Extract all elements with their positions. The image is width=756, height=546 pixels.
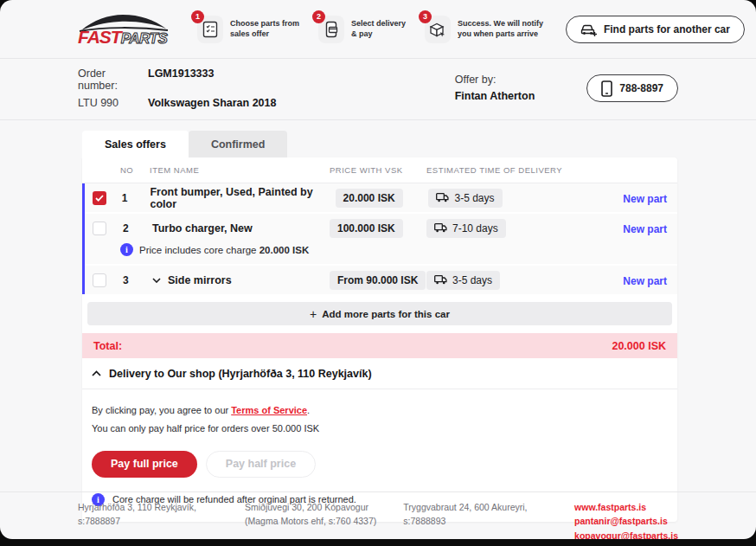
step-3-badge: 3 — [419, 10, 432, 23]
delivery-accordion[interactable]: Delivery to Our shop (Hyrjarhöfða 3, 110… — [82, 358, 677, 389]
offer-by-label: Offer by: — [455, 74, 497, 86]
phone-number: 788-8897 — [619, 82, 663, 94]
tab-confirmed[interactable]: Confirmed — [189, 131, 288, 157]
offer-by-name: Fintan Atherton — [455, 88, 535, 105]
find-parts-label: Find parts for another car — [604, 23, 730, 35]
logo-parts: PARTS — [121, 30, 168, 48]
truck-icon — [434, 223, 447, 233]
header-delivery: ESTIMATED TIME OF DELIVERY — [426, 165, 608, 175]
row-3-item-name: Side mirrors — [168, 274, 232, 286]
step-select-delivery: 2 Select delivery& pay — [318, 16, 406, 43]
row-2-new-part-link[interactable]: New part — [623, 223, 667, 235]
row-2-core-charge-note: i Price includes core charge 20.000 ISK — [85, 242, 677, 264]
header-no: NO — [120, 165, 150, 175]
row-1-price-badge: 20.000 ISK — [336, 189, 403, 208]
truck-icon — [434, 275, 447, 285]
step-2-label: Select delivery& pay — [351, 19, 406, 39]
parts-rows: 1 Front bumper, Used, Painted by color 2… — [82, 183, 677, 294]
car-plus-icon — [580, 22, 597, 36]
row-2-delivery-badge: 7-10 days — [426, 219, 506, 238]
pay-full-price-button[interactable]: Pay full price — [92, 451, 197, 478]
header-item-name: ITEM NAME — [150, 165, 330, 175]
row-3-price-badge: From 90.000 ISK — [330, 271, 426, 290]
website-link[interactable]: www.fastparts.is — [574, 500, 678, 514]
row-1-new-part-link[interactable]: New part — [623, 193, 667, 205]
logo-text: FAST PARTS — [78, 27, 175, 48]
order-number-value: LGM1913333 — [148, 67, 276, 92]
logo-fast: FAST — [78, 27, 121, 48]
row-3-new-part-link[interactable]: New part — [623, 275, 667, 287]
total-row: Total: 20.000 ISK — [82, 333, 677, 358]
row-1-no: 1 — [122, 192, 151, 204]
terms-line: By clicking pay, you agree to our Terms … — [92, 401, 668, 420]
footer-links: www.fastparts.is pantanir@fastparts.is k… — [574, 500, 678, 539]
plus-icon: + — [310, 308, 317, 320]
total-label: Total: — [93, 340, 122, 352]
app-window: FAST PARTS 1 Choose parts fromsales offe… — [0, 0, 756, 539]
step-1-badge: 1 — [191, 10, 204, 23]
top-bar: FAST PARTS 1 Choose parts fromsales offe… — [0, 0, 756, 59]
phone-button[interactable]: 788-8897 — [586, 74, 678, 102]
footer-address-akureyri: Tryggvabraut 24, 600 Akureyri,s:7888893 — [403, 500, 574, 539]
pay-half-price-button[interactable]: Pay half price — [206, 451, 316, 478]
step-1-label: Choose parts fromsales offer — [230, 19, 299, 39]
row-2-price-badge: 100.000 ISK — [330, 219, 403, 238]
mobile-phone-icon — [601, 80, 612, 97]
car-model: Volkswagen Sharan 2018 — [148, 97, 276, 109]
page-footer: Hyrjarhöfða 3, 110 Reykjavík,s:7888897 S… — [0, 491, 756, 539]
parcel-box-icon: 3 — [425, 16, 451, 43]
truck-icon — [436, 193, 449, 202]
offer-tabs: Sales offers Confirmed — [82, 131, 677, 157]
row-1-delivery-badge: 3-5 days — [428, 189, 502, 208]
email-link-pantanir[interactable]: pantanir@fastparts.is — [574, 514, 678, 528]
tab-sales-offers[interactable]: Sales offers — [82, 131, 189, 157]
parts-list-icon: 1 — [197, 16, 223, 43]
progress-steps: 1 Choose parts fromsales offer 2 Select … — [197, 16, 543, 43]
row-1-checkbox[interactable] — [93, 191, 106, 205]
step-success: 3 Success. We will notifyyou when parts … — [425, 16, 543, 43]
info-icon: i — [120, 243, 133, 256]
expand-chevron-down-icon[interactable] — [152, 278, 161, 283]
row-3-checkbox[interactable] — [93, 273, 106, 287]
step-choose-parts: 1 Choose parts fromsales offer — [197, 16, 299, 43]
footer-address-kopavogur: Smiðjuvegi 30, 200 Kópavogur(Magma Motor… — [245, 500, 403, 539]
row-3-delivery-badge: 3-5 days — [426, 271, 500, 290]
order-number-label: Order number: — [78, 67, 134, 92]
email-link-kopavogur[interactable]: kopavogur@fastparts.is — [574, 529, 678, 539]
footer-address-reykjavik: Hyrjarhöfða 3, 110 Reykjavík,s:7888897 — [78, 500, 245, 539]
pay-terminal-icon: 2 — [318, 16, 344, 43]
header-price: PRICE WITH VSK — [330, 165, 426, 175]
total-value: 20.000 ISK — [612, 340, 666, 352]
plate-number: LTU 990 — [78, 97, 134, 109]
step-3-label: Success. We will notifyyou when parts ar… — [458, 19, 543, 39]
fastparts-logo[interactable]: FAST PARTS — [78, 11, 175, 48]
add-more-parts-button[interactable]: + Add more parts for this car — [87, 302, 672, 325]
table-header: NO ITEM NAME PRICE WITH VSK ESTIMATED TI… — [82, 157, 677, 183]
sales-offer-card: NO ITEM NAME PRICE WITH VSK ESTIMATED TI… — [82, 157, 677, 522]
terms-of-service-link[interactable]: Terms of Service — [231, 405, 307, 415]
step-2-badge: 2 — [312, 10, 325, 23]
row-2-no: 2 — [123, 222, 152, 234]
half-price-note: You can only pay half price for orders o… — [92, 420, 668, 438]
table-row: 1 Front bumper, Used, Painted by color 2… — [85, 183, 677, 214]
row-1-item-name: Front bumper, Used, Painted by color — [150, 186, 335, 210]
row-3-no: 3 — [123, 274, 152, 286]
order-info-section: Order number: LGM1913333 LTU 990 Volkswa… — [0, 59, 756, 120]
offer-by: Offer by: Fintan Atherton — [455, 72, 535, 105]
delivery-label: Delivery to Our shop (Hyrjarhöfða 3, 110… — [109, 368, 372, 380]
table-row: 3 Side mirrors From 90.000 ISK 3-5 days — [85, 266, 677, 294]
chevron-up-icon — [92, 370, 101, 376]
row-2-item-name: Turbo charger, New — [152, 222, 253, 234]
row-2-checkbox[interactable] — [93, 222, 106, 235]
find-parts-button[interactable]: Find parts for another car — [566, 16, 745, 43]
order-details: Order number: LGM1913333 LTU 990 Volkswa… — [78, 67, 276, 109]
table-row: 2 Turbo charger, New 100.000 ISK 7-10 da… — [85, 214, 677, 266]
add-more-label: Add more parts for this car — [322, 309, 450, 319]
